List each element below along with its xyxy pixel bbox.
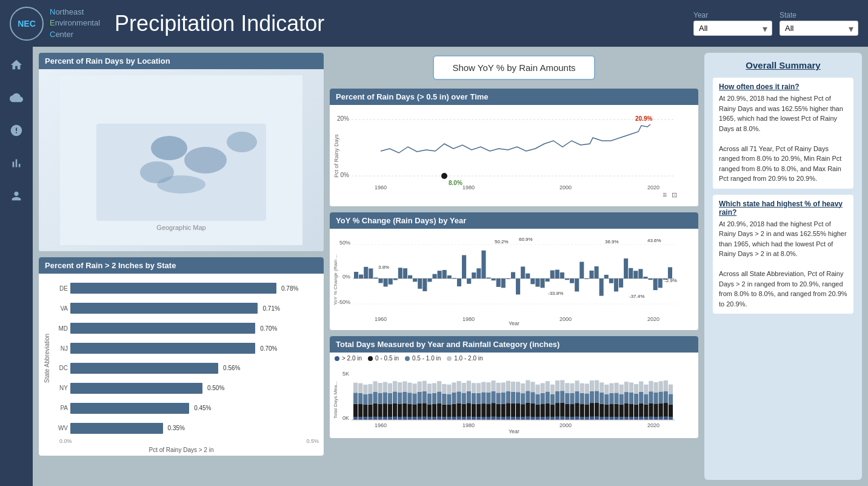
stacked-bar-segment: [570, 417, 574, 420]
summary-section-1-text: At 20.9%, 2018 had the highest Pct of Ra…: [719, 93, 847, 184]
stacked-bar-segment: [447, 405, 451, 417]
bar-fill: [70, 323, 255, 334]
stacked-bar-segment: [486, 393, 490, 404]
year-select[interactable]: All: [693, 21, 772, 36]
stacked-bar-segment: [481, 417, 486, 420]
yoy-bar: [442, 270, 447, 278]
stacked-bar-segment: [580, 383, 584, 393]
state-filter-wrapper[interactable]: All: [780, 21, 858, 36]
legend-item: 1.0 - 2.0 in: [447, 355, 482, 362]
bar-row: NY0.50%: [55, 381, 319, 396]
yoy-bar: [492, 278, 496, 280]
stacked-bar-segment: [604, 394, 609, 405]
yoy-bar: [614, 278, 618, 291]
stacked-bar-segment: [624, 382, 629, 392]
stacked-bar-segment: [418, 382, 422, 392]
stacked-bar-segment: [570, 404, 574, 417]
stacked-bar-segment: [368, 394, 372, 405]
yoy-bar: [668, 267, 672, 278]
stacked-bar-segment: [393, 391, 397, 403]
bar-row: WV0.35%: [55, 421, 319, 436]
stacked-bar-segment: [402, 392, 407, 403]
middle-column: Show YoY % by Rain Amounts Percent of Ra…: [324, 53, 704, 480]
state-select[interactable]: All: [780, 21, 858, 36]
sidebar-icon-alert[interactable]: [5, 120, 27, 141]
yoy-bar: [486, 277, 490, 278]
stacked-bar-segment: [546, 417, 550, 420]
svg-text:50.2%: 50.2%: [495, 239, 509, 245]
stacked-bar-segment: [418, 403, 422, 417]
stacked-bar-segment: [506, 403, 510, 417]
yoy-bar: [354, 272, 358, 278]
sidebar-icon-person[interactable]: [5, 185, 27, 207]
line-chart-panel: Percent of Rain Days (> 0.5 in) over Tim…: [330, 89, 698, 206]
yoy-bar: [447, 275, 452, 278]
svg-text:36.9%: 36.9%: [605, 239, 619, 245]
stacked-bar-segment: [555, 403, 559, 417]
legend-label: 1.0 - 2.0 in: [454, 355, 482, 362]
map-placeholder: Geographic Map: [39, 69, 324, 251]
svg-text:1960: 1960: [375, 184, 387, 191]
stacked-bar-segment: [560, 391, 564, 403]
stacked-bar-segment: [447, 417, 451, 420]
stacked-legend: > 2.0 in0 - 0.5 in0.5 - 1.0 in1.0 - 2.0 …: [330, 353, 698, 364]
stacked-bar-segment: [437, 391, 441, 403]
yoy-bar: [432, 274, 436, 278]
stacked-bar-segment: [407, 393, 412, 403]
stacked-bar-segment: [378, 417, 382, 420]
stacked-bar-segment: [511, 417, 515, 420]
stacked-bar-segment: [398, 417, 402, 420]
sidebar-icon-cloud[interactable]: [5, 87, 27, 109]
stacked-bar-segment: [427, 404, 432, 417]
stacked-bar-segment: [565, 383, 569, 393]
stacked-bar-segment: [442, 384, 446, 394]
yoy-bar: [584, 278, 589, 279]
yoy-bar: [403, 268, 407, 278]
svg-text:1980: 1980: [462, 316, 475, 322]
stacked-bar-segment: [506, 417, 510, 420]
stacked-bar-segment: [506, 381, 510, 391]
yoy-bar: [658, 278, 663, 288]
stacked-bar-segment: [388, 393, 392, 404]
stacked-bar-segment: [363, 417, 367, 420]
yoy-bar: [521, 266, 525, 278]
stacked-bar-segment: [353, 393, 358, 403]
stacked-bar-segment: [550, 405, 555, 417]
bar-fill: [70, 423, 163, 434]
svg-text:1980: 1980: [462, 184, 475, 191]
yoy-bar: [550, 271, 555, 278]
svg-text:0%: 0%: [342, 274, 350, 280]
left-column: Percent of Rain Days by Location Geograp: [39, 53, 324, 480]
bar-label: DC: [55, 365, 68, 371]
stacked-bar-segment: [358, 393, 362, 404]
yoy-bar: [369, 268, 373, 278]
yoy-button[interactable]: Show YoY % by Rain Amounts: [433, 55, 595, 80]
stacked-bar-segment: [457, 403, 461, 416]
stacked-bar-segment: [639, 381, 643, 391]
year-filter-wrapper[interactable]: All: [693, 21, 772, 36]
stacked-bar-segment: [599, 404, 604, 417]
yoy-bars-group: [354, 251, 672, 296]
bar-fill: [70, 403, 189, 414]
stacked-bar-segment: [615, 404, 619, 417]
bar-fill: [70, 383, 202, 394]
svg-point-17: [441, 173, 447, 179]
state-label: State: [780, 11, 796, 19]
yoy-bar: [633, 271, 638, 278]
stacked-bar-segment: [565, 417, 569, 420]
stacked-bar-segment: [595, 417, 599, 420]
bar-fill: [70, 283, 276, 294]
bar-row: MD0.70%: [55, 321, 319, 336]
sidebar-icon-chart[interactable]: [5, 152, 27, 174]
legend-dot: [368, 356, 373, 361]
stacked-bar-segment: [604, 405, 609, 417]
stacked-bar-segment: [604, 417, 609, 420]
bar-value: 0.71%: [262, 305, 279, 312]
yoy-bar: [624, 258, 628, 278]
sidebar-icon-home[interactable]: [5, 54, 27, 76]
stacked-bar-segment: [619, 394, 624, 404]
yoy-bar-svg: 50% 0% -50% YoY % Change (Rain ...: [332, 231, 690, 325]
stacked-bar-segment: [422, 417, 427, 420]
stacked-bar-segment: [595, 380, 599, 391]
stacked-bar-segment: [442, 405, 446, 417]
